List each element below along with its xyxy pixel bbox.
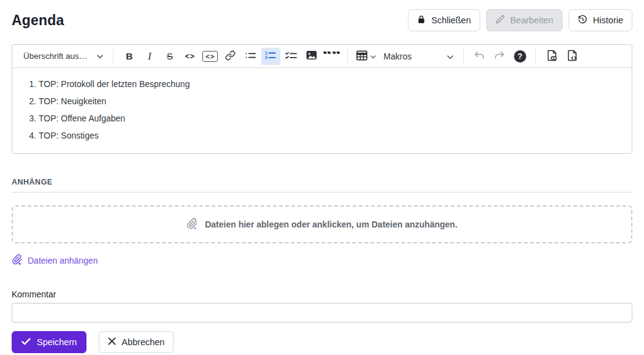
bullet-list-button[interactable]: [241, 48, 260, 65]
ordered-list-icon: 12: [265, 50, 277, 62]
attach-files-link[interactable]: Dateien anhängen: [12, 254, 98, 267]
heading-dropdown[interactable]: Überschrift aus…: [18, 48, 107, 65]
edit-button[interactable]: Bearbeiten: [486, 9, 562, 31]
agenda-ordered-list: TOP: Protokoll der letzten Besprechung T…: [12, 80, 622, 140]
comment-label: Kommentar: [12, 289, 632, 299]
task-list-icon: [285, 51, 297, 62]
pencil-icon: [496, 15, 505, 26]
table-button[interactable]: [354, 48, 378, 65]
image-button[interactable]: [302, 48, 321, 65]
link-icon: [225, 50, 236, 63]
check-icon: [21, 337, 31, 347]
editor-toolbar: Überschrift aus… B I S <> <>: [12, 45, 632, 68]
undo-icon: [474, 51, 485, 61]
macros-dropdown[interactable]: Makros: [380, 48, 457, 65]
heading-dropdown-label: Überschrift aus…: [23, 52, 87, 61]
chevron-down-icon: [447, 52, 453, 61]
toolbar-divider: [113, 49, 113, 63]
blockquote-button[interactable]: ““: [322, 48, 341, 65]
edit-button-label: Bearbeiten: [510, 15, 553, 25]
ordered-list-button[interactable]: 12: [261, 48, 280, 65]
source-code-button[interactable]: [562, 48, 581, 65]
toolbar-divider: [463, 49, 464, 63]
strikethrough-icon: S: [167, 51, 173, 61]
chevron-down-icon: [370, 52, 376, 61]
save-button-label: Speichern: [37, 337, 77, 347]
undo-button[interactable]: [470, 48, 489, 65]
table-icon: [356, 50, 367, 63]
page-title: Agenda: [12, 12, 64, 29]
comment-input[interactable]: [12, 303, 632, 323]
footer-actions: Speichern Abbrechen: [12, 331, 632, 353]
strikethrough-button[interactable]: S: [160, 48, 179, 65]
lock-icon: [417, 15, 426, 26]
help-icon: ?: [514, 50, 526, 63]
list-item: TOP: Protokoll der letzten Besprechung: [39, 80, 622, 88]
link-button[interactable]: [221, 48, 240, 65]
image-icon: [306, 50, 317, 62]
header-actions: Schließen Bearbeiten Historie: [408, 9, 632, 31]
close-button-label: Schließen: [431, 15, 470, 25]
list-item: TOP: Offene Aufgaben: [39, 114, 622, 123]
attach-files-link-label: Dateien anhängen: [28, 256, 98, 265]
editor-content-area[interactable]: TOP: Protokoll der letzten Besprechung T…: [12, 68, 632, 153]
preview-button[interactable]: [542, 48, 561, 65]
dropzone-text: Dateien hier ablegen oder anklicken, um …: [205, 219, 458, 229]
history-button[interactable]: Historie: [569, 9, 632, 31]
paperclip-plus-icon: [186, 218, 198, 232]
cancel-button[interactable]: Abbrechen: [99, 331, 174, 353]
save-button[interactable]: Speichern: [12, 331, 86, 353]
task-list-button[interactable]: [282, 48, 301, 65]
cancel-button-label: Abbrechen: [121, 337, 164, 347]
attachments-section-title: ANHÄNGE: [12, 178, 632, 193]
page: Agenda Schließen Bearbeiten Historie: [0, 0, 644, 353]
chevron-down-icon: [97, 52, 103, 61]
svg-text:2: 2: [265, 55, 267, 59]
document-preview-icon: [546, 50, 558, 63]
italic-button[interactable]: I: [140, 48, 159, 65]
code-button[interactable]: <>: [180, 48, 199, 65]
x-icon: [108, 337, 116, 347]
code-block-button[interactable]: <>: [201, 48, 220, 65]
toolbar-divider: [347, 49, 348, 63]
header: Agenda Schließen Bearbeiten Historie: [12, 0, 632, 32]
close-button[interactable]: Schließen: [408, 9, 480, 31]
svg-text:1: 1: [265, 51, 267, 55]
list-item: TOP: Neuigkeiten: [39, 97, 622, 105]
toolbar-divider: [535, 49, 536, 63]
code-icon: <>: [185, 52, 195, 61]
blockquote-icon: ““: [323, 52, 341, 61]
list-item: TOP: Sonstiges: [39, 131, 622, 140]
bold-button[interactable]: B: [120, 48, 139, 65]
file-dropzone[interactable]: Dateien hier ablegen oder anklicken, um …: [12, 205, 632, 243]
redo-icon: [494, 51, 505, 61]
bullet-list-icon: [245, 51, 256, 62]
code-block-icon: <>: [202, 51, 218, 62]
paperclip-plus-icon: [12, 254, 23, 267]
document-code-icon: [567, 50, 578, 63]
history-button-label: Historie: [593, 15, 623, 25]
history-icon: [578, 15, 588, 26]
help-button[interactable]: ?: [510, 48, 529, 65]
bold-icon: B: [126, 51, 132, 62]
macros-dropdown-label: Makros: [383, 52, 412, 61]
rich-text-editor: Überschrift aus… B I S <> <>: [12, 44, 632, 154]
redo-button[interactable]: [490, 48, 509, 65]
italic-icon: I: [148, 51, 151, 62]
